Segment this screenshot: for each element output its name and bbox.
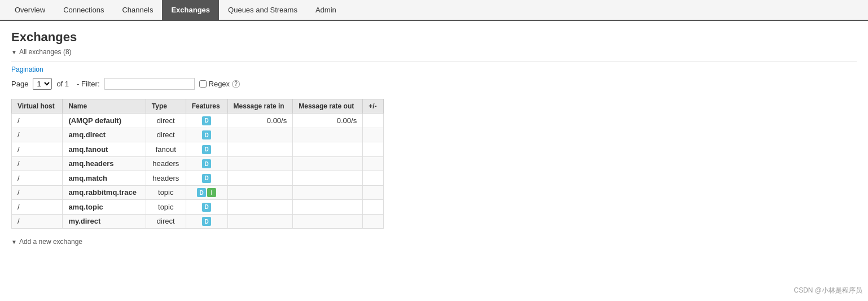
cell-name[interactable]: my.direct: [63, 214, 146, 229]
regex-checkbox[interactable]: [199, 80, 207, 88]
cell-rate-in: 0.00/s: [227, 114, 293, 128]
add-exchange-triangle[interactable]: ▼: [11, 239, 17, 245]
cell-type: headers: [146, 156, 186, 171]
cell-name[interactable]: (AMQP default): [63, 114, 146, 128]
cell-features: D: [186, 171, 227, 186]
durable-badge: D: [202, 159, 211, 168]
cell-plus-minus: [363, 114, 384, 128]
cell-name[interactable]: amq.rabbitmq.trace: [63, 185, 146, 200]
cell-virtual-host: /: [12, 171, 63, 186]
cell-type: direct: [146, 214, 186, 229]
cell-rate-in: [227, 200, 293, 215]
section-header: ▼ All exchanges (8): [11, 48, 857, 56]
cell-name[interactable]: amq.headers: [63, 156, 146, 171]
cell-plus-minus: [363, 171, 384, 186]
cell-virtual-host: /: [12, 142, 63, 157]
durable-badge: D: [202, 130, 211, 139]
add-exchange-label[interactable]: Add a new exchange: [19, 238, 82, 246]
tab-admin[interactable]: Admin: [306, 0, 345, 20]
cell-type: direct: [146, 114, 186, 128]
cell-plus-minus: [363, 142, 384, 157]
col-type: Type: [146, 99, 186, 114]
table-row[interactable]: /(AMQP default)directD0.00/s0.00/s: [12, 114, 384, 128]
table-body: /(AMQP default)directD0.00/s0.00/s/amq.d…: [12, 114, 384, 229]
durable-badge: D: [202, 174, 211, 183]
durable-badge: D: [202, 203, 211, 212]
nav-bar: Overview Connections Channels Exchanges …: [0, 0, 868, 21]
cell-rate-in: [227, 128, 293, 142]
table-row[interactable]: /amq.matchheadersD: [12, 171, 384, 186]
cell-rate-out: [293, 128, 363, 142]
tab-exchanges[interactable]: Exchanges: [162, 0, 219, 20]
cell-rate-out: [293, 185, 363, 200]
page-content: Exchanges ▼ All exchanges (8) Pagination…: [0, 21, 868, 255]
exchanges-table: Virtual host Name Type Features Message …: [11, 99, 384, 229]
cell-plus-minus: [363, 156, 384, 171]
durable-badge: D: [197, 188, 206, 197]
cell-rate-out: [293, 171, 363, 186]
col-rate-in: Message rate in: [227, 99, 293, 114]
cell-plus-minus: [363, 200, 384, 215]
cell-virtual-host: /: [12, 114, 63, 128]
cell-rate-out: [293, 214, 363, 229]
cell-name[interactable]: amq.topic: [63, 200, 146, 215]
table-row[interactable]: /amq.topictopicD: [12, 200, 384, 215]
cell-plus-minus: [363, 128, 384, 142]
tab-connections[interactable]: Connections: [54, 0, 113, 20]
cell-rate-in: [227, 185, 293, 200]
regex-text: Regex: [209, 80, 230, 88]
tab-overview[interactable]: Overview: [6, 0, 54, 20]
filter-label: - Filter:: [77, 80, 99, 88]
cell-rate-in: [227, 214, 293, 229]
page-title: Exchanges: [11, 30, 857, 45]
regex-label: Regex ?: [199, 80, 240, 88]
cell-name[interactable]: amq.direct: [63, 128, 146, 142]
cell-type: headers: [146, 171, 186, 186]
cell-features: D: [186, 200, 227, 215]
cell-rate-out: [293, 200, 363, 215]
internal-badge: I: [207, 188, 216, 197]
cell-type: direct: [146, 128, 186, 142]
cell-features: DI: [186, 185, 227, 200]
cell-rate-out: [293, 142, 363, 157]
pagination-label: Pagination: [11, 62, 857, 73]
cell-features: D: [186, 142, 227, 157]
table-row[interactable]: /amq.rabbitmq.tracetopicDI: [12, 185, 384, 200]
cell-name[interactable]: amq.fanout: [63, 142, 146, 157]
table-row[interactable]: /my.directdirectD: [12, 214, 384, 229]
durable-badge: D: [202, 116, 211, 125]
cell-rate-out: [293, 156, 363, 171]
durable-badge: D: [202, 217, 211, 226]
cell-virtual-host: /: [12, 185, 63, 200]
section-header-label: All exchanges (8): [19, 48, 72, 56]
of-label: of 1: [56, 80, 69, 88]
cell-rate-out: 0.00/s: [293, 114, 363, 128]
cell-features: D: [186, 114, 227, 128]
cell-plus-minus: [363, 214, 384, 229]
table-row[interactable]: /amq.directdirectD: [12, 128, 384, 142]
cell-features: D: [186, 214, 227, 229]
filter-input[interactable]: [104, 78, 195, 90]
page-label: Page: [11, 80, 28, 88]
table-row[interactable]: /amq.headersheadersD: [12, 156, 384, 171]
page-select[interactable]: 1: [33, 78, 52, 90]
cell-virtual-host: /: [12, 156, 63, 171]
col-plus-minus: +/-: [363, 99, 384, 114]
pagination-controls: Page 1 of 1 - Filter: Regex ?: [11, 78, 857, 90]
tab-queues-streams[interactable]: Queues and Streams: [219, 0, 306, 20]
cell-type: fanout: [146, 142, 186, 157]
table-row[interactable]: /amq.fanoutfanoutD: [12, 142, 384, 157]
col-name: Name: [63, 99, 146, 114]
cell-name[interactable]: amq.match: [63, 171, 146, 186]
durable-badge: D: [202, 145, 211, 154]
collapse-triangle[interactable]: ▼: [11, 49, 17, 55]
cell-type: topic: [146, 185, 186, 200]
help-icon[interactable]: ?: [232, 80, 240, 88]
cell-features: D: [186, 156, 227, 171]
col-rate-out: Message rate out: [293, 99, 363, 114]
col-virtual-host: Virtual host: [12, 99, 63, 114]
cell-virtual-host: /: [12, 214, 63, 229]
tab-channels[interactable]: Channels: [113, 0, 162, 20]
table-header: Virtual host Name Type Features Message …: [12, 99, 384, 114]
cell-features: D: [186, 128, 227, 142]
